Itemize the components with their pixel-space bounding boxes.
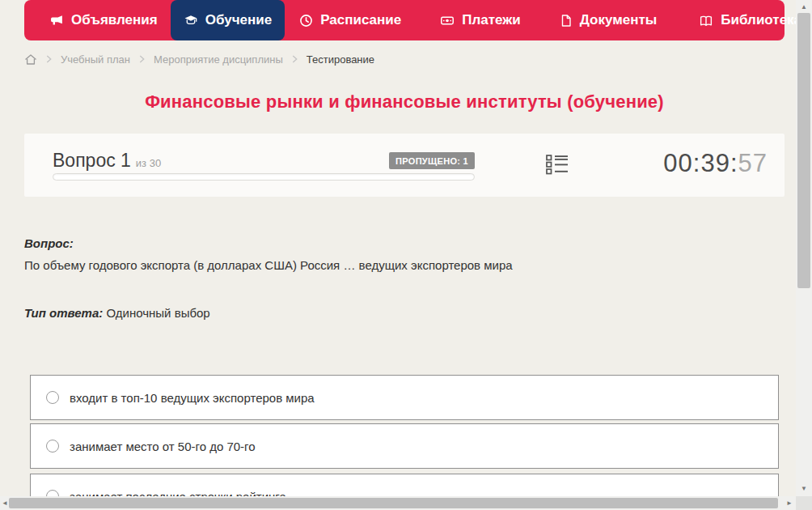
nav-item-library[interactable]: Библиотека <box>686 0 796 40</box>
scroll-left-icon[interactable]: ◄ <box>2 500 8 507</box>
nav-item-documents[interactable]: Документы <box>547 0 670 40</box>
nav-item-learning[interactable]: Обучение <box>171 0 285 40</box>
question-list-icon[interactable] <box>546 154 569 176</box>
nav-item-label: Документы <box>580 12 658 28</box>
nav-item-label: Платежи <box>462 12 521 28</box>
scroll-up-icon[interactable]: ▲ <box>801 4 807 11</box>
answer-option-label: занимает место от 50-го до 70-го <box>70 440 256 453</box>
horizontal-scrollbar-thumb[interactable] <box>9 498 778 508</box>
breadcrumb: Учебный план Мероприятие дисциплины Тест… <box>24 49 374 69</box>
scrollbar-corner <box>796 496 812 510</box>
question-total: из 30 <box>136 157 161 169</box>
answer-option-label: входит в топ-10 ведущих экспортеров мира <box>70 391 315 405</box>
horizontal-scrollbar[interactable]: ◄ ► <box>0 496 796 510</box>
nav-item-label: Объявления <box>71 12 158 28</box>
progress-bar <box>53 173 475 181</box>
clock-icon <box>299 14 313 28</box>
question-header-card: Вопрос 1из 30 ПРОПУЩЕНО: 1 <box>24 134 785 197</box>
nav-item-label: Библиотека <box>721 12 796 28</box>
scroll-right-icon[interactable]: ► <box>786 500 793 507</box>
chevron-right-icon <box>292 55 298 63</box>
question-text: По объему годового экспорта (в долларах … <box>24 257 760 274</box>
question-heading: Вопрос: <box>24 236 74 250</box>
nav-item-announcements[interactable]: Объявления <box>37 0 171 40</box>
answer-type-value: Одиночный выбор <box>106 306 209 320</box>
main-nav: Объявления Обучение Расписание Платежи Д… <box>24 0 785 40</box>
answer-option[interactable]: занимает последние строчки рейтинга <box>30 474 779 496</box>
radio-button[interactable] <box>46 440 59 453</box>
skipped-badge: ПРОПУЩЕНО: 1 <box>389 152 475 169</box>
breadcrumb-item-discipline-event[interactable]: Мероприятие дисциплины <box>154 53 283 66</box>
vertical-scrollbar[interactable]: ▲ ▼ <box>796 0 812 496</box>
answer-option[interactable]: занимает место от 50-го до 70-го <box>30 423 779 469</box>
nav-item-label: Расписание <box>320 12 401 28</box>
document-icon <box>560 14 573 28</box>
page-title: Финансовые рынки и финансовые институты … <box>24 91 785 113</box>
graduation-cap-icon <box>184 14 198 28</box>
nav-item-payments[interactable]: Платежи <box>427 0 534 40</box>
library-icon <box>699 14 713 28</box>
answer-type-row: Тип ответа: Одиночный выбор <box>24 306 210 320</box>
answer-option[interactable]: входит в топ-10 ведущих экспортеров мира <box>30 375 779 420</box>
timer-hours-minutes: 00:39: <box>663 149 738 177</box>
megaphone-icon <box>50 14 64 28</box>
nav-item-schedule[interactable]: Расписание <box>286 0 414 40</box>
home-icon[interactable] <box>24 53 37 66</box>
answer-option-label: занимает последние строчки рейтинга <box>70 490 286 497</box>
scroll-down-icon[interactable]: ▼ <box>801 486 807 492</box>
chevron-right-icon <box>46 55 52 63</box>
breadcrumb-item-testing: Тестирование <box>307 53 374 66</box>
question-counter: Вопрос 1из 30 <box>53 150 161 172</box>
page: Объявления Обучение Расписание Платежи Д… <box>0 0 796 496</box>
radio-button[interactable] <box>46 391 59 404</box>
breadcrumb-item-study-plan[interactable]: Учебный план <box>61 53 130 66</box>
timer: 00:39:57 <box>663 149 768 178</box>
vertical-scrollbar-thumb[interactable] <box>797 13 810 288</box>
question-number: Вопрос 1 <box>53 150 131 171</box>
nav-item-label: Обучение <box>205 12 272 28</box>
answer-type-label: Тип ответа: <box>24 306 103 320</box>
payments-icon <box>440 14 455 28</box>
chevron-right-icon <box>139 55 145 63</box>
timer-seconds: 57 <box>738 149 768 177</box>
radio-button[interactable] <box>46 490 59 496</box>
